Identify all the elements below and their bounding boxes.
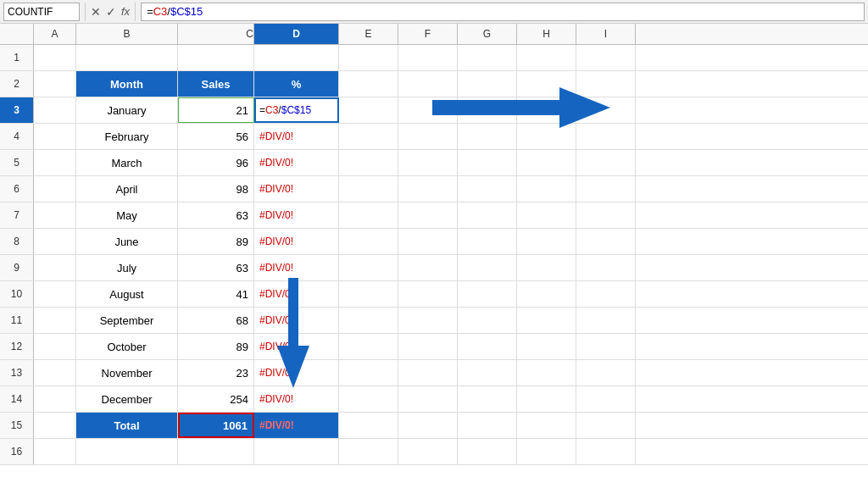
cell-a16[interactable] — [34, 439, 76, 464]
col-header-f[interactable]: F — [398, 24, 458, 44]
cell-i2[interactable] — [576, 71, 636, 97]
cell-d12[interactable]: #DIV/0! — [254, 334, 339, 359]
cell-f11[interactable] — [398, 308, 458, 333]
cell-d7[interactable]: #DIV/0! — [254, 202, 339, 228]
cell-f14[interactable] — [398, 386, 458, 412]
col-header-d[interactable]: D — [254, 24, 339, 44]
cell-c5[interactable]: 96 — [178, 150, 254, 175]
cell-a3[interactable] — [34, 97, 76, 123]
cell-g9[interactable] — [458, 255, 517, 280]
cell-c4[interactable]: 56 — [178, 124, 254, 149]
cell-g4[interactable] — [458, 124, 517, 149]
cell-f8[interactable] — [398, 229, 458, 254]
cell-d8[interactable]: #DIV/0! — [254, 229, 339, 254]
formula-bar[interactable]: =C3/$C$15 — [141, 3, 865, 21]
cell-c6[interactable]: 98 — [178, 176, 254, 202]
cell-g15[interactable] — [458, 413, 517, 438]
cell-i9[interactable] — [576, 255, 636, 280]
cell-i3[interactable] — [576, 97, 636, 123]
cell-f12[interactable] — [398, 334, 458, 359]
cell-g8[interactable] — [458, 229, 517, 254]
cell-b9[interactable]: July — [76, 255, 178, 280]
cell-f9[interactable] — [398, 255, 458, 280]
col-header-g[interactable]: G — [458, 24, 517, 44]
cell-i4[interactable] — [576, 124, 636, 149]
cell-g16[interactable] — [458, 439, 517, 464]
cell-g3[interactable] — [458, 97, 517, 123]
cell-b5[interactable]: March — [76, 150, 178, 175]
insert-function-icon[interactable]: fx — [121, 5, 130, 18]
cell-d15[interactable]: #DIV/0! — [254, 413, 339, 438]
cell-d2[interactable]: % — [254, 71, 339, 97]
name-box[interactable]: COUNTIF — [3, 3, 80, 21]
cell-f15[interactable] — [398, 413, 458, 438]
cell-f7[interactable] — [398, 202, 458, 228]
cell-f10[interactable] — [398, 281, 458, 307]
cell-f4[interactable] — [398, 124, 458, 149]
cell-h13[interactable] — [517, 360, 576, 385]
cell-e2[interactable] — [339, 71, 398, 97]
cell-h4[interactable] — [517, 124, 576, 149]
cell-h15[interactable] — [517, 413, 576, 438]
cell-e7[interactable] — [339, 202, 398, 228]
cell-i16[interactable] — [576, 439, 636, 464]
cell-h5[interactable] — [517, 150, 576, 175]
col-header-b[interactable]: B — [76, 24, 178, 44]
cell-f13[interactable] — [398, 360, 458, 385]
cell-g13[interactable] — [458, 360, 517, 385]
cell-a11[interactable] — [34, 308, 76, 333]
confirm-icon[interactable]: ✓ — [106, 5, 116, 19]
cell-i14[interactable] — [576, 386, 636, 412]
cell-b3[interactable]: January — [76, 97, 178, 123]
cell-d1[interactable] — [254, 45, 339, 70]
cell-a13[interactable] — [34, 360, 76, 385]
cell-g12[interactable] — [458, 334, 517, 359]
cell-b12[interactable]: October — [76, 334, 178, 359]
cell-d11[interactable]: #DIV/0! — [254, 308, 339, 333]
cell-a12[interactable] — [34, 334, 76, 359]
cell-i6[interactable] — [576, 176, 636, 202]
cell-a7[interactable] — [34, 202, 76, 228]
cell-c7[interactable]: 63 — [178, 202, 254, 228]
cell-i10[interactable] — [576, 281, 636, 307]
cell-f5[interactable] — [398, 150, 458, 175]
cell-c13[interactable]: 23 — [178, 360, 254, 385]
cell-e4[interactable] — [339, 124, 398, 149]
cell-h14[interactable] — [517, 386, 576, 412]
cell-d13[interactable]: #DIV/0! — [254, 360, 339, 385]
cell-h10[interactable] — [517, 281, 576, 307]
cell-h3[interactable] — [517, 97, 576, 123]
cell-a15[interactable] — [34, 413, 76, 438]
cell-c12[interactable]: 89 — [178, 334, 254, 359]
cell-c11[interactable]: 68 — [178, 308, 254, 333]
cell-e3[interactable] — [339, 97, 398, 123]
cell-a1[interactable] — [34, 45, 76, 70]
cell-c9[interactable]: 63 — [178, 255, 254, 280]
cell-i13[interactable] — [576, 360, 636, 385]
cell-b10[interactable]: August — [76, 281, 178, 307]
col-header-e[interactable]: E — [339, 24, 398, 44]
cell-c8[interactable]: 89 — [178, 229, 254, 254]
cell-h6[interactable] — [517, 176, 576, 202]
cell-b4[interactable]: February — [76, 124, 178, 149]
cell-b7[interactable]: May — [76, 202, 178, 228]
cell-f2[interactable] — [398, 71, 458, 97]
cell-f16[interactable] — [398, 439, 458, 464]
cell-i1[interactable] — [576, 45, 636, 70]
cell-g11[interactable] — [458, 308, 517, 333]
cell-h7[interactable] — [517, 202, 576, 228]
cell-h12[interactable] — [517, 334, 576, 359]
cell-a4[interactable] — [34, 124, 76, 149]
cell-e6[interactable] — [339, 176, 398, 202]
cell-b11[interactable]: September — [76, 308, 178, 333]
cell-b6[interactable]: April — [76, 176, 178, 202]
col-header-h[interactable]: H — [517, 24, 576, 44]
cell-c3[interactable]: 21 — [178, 97, 254, 123]
cell-b8[interactable]: June — [76, 229, 178, 254]
cell-b13[interactable]: November — [76, 360, 178, 385]
cell-d4[interactable]: #DIV/0! — [254, 124, 339, 149]
cell-a9[interactable] — [34, 255, 76, 280]
cell-i7[interactable] — [576, 202, 636, 228]
cell-h16[interactable] — [517, 439, 576, 464]
cell-h8[interactable] — [517, 229, 576, 254]
